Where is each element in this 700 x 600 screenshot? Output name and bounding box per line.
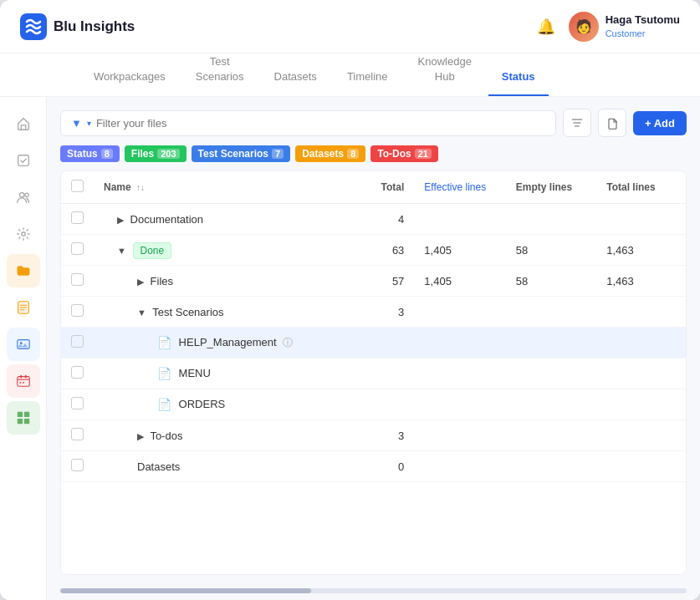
expand-button[interactable]: ▼: [117, 246, 126, 256]
select-all-checkbox[interactable]: [71, 180, 84, 192]
row-checkbox[interactable]: [71, 459, 84, 471]
svg-rect-9: [20, 375, 22, 379]
settings-icon-btn[interactable]: [563, 109, 591, 137]
tag-files[interactable]: Files 203: [125, 145, 186, 162]
row-effective: [414, 328, 506, 358]
row-effective: [414, 451, 506, 482]
svg-point-7: [19, 342, 22, 344]
tab-workpackages[interactable]: Workpackages: [80, 63, 179, 96]
user-area: 🧑 Haga Tsutomu Customer: [569, 12, 680, 42]
row-checkbox[interactable]: [71, 397, 84, 409]
svg-rect-8: [17, 377, 28, 387]
tag-status[interactable]: Status 8: [60, 145, 120, 162]
row-empty: 58: [506, 235, 596, 266]
sidebar-item-users[interactable]: [7, 181, 40, 214]
row-empty: [506, 297, 596, 328]
user-name: Haga Tsutomu: [605, 13, 680, 28]
row-checkbox[interactable]: [71, 335, 84, 348]
sidebar-item-home[interactable]: [7, 107, 40, 140]
header-right: 🔔 🧑 Haga Tsutomu Customer: [537, 12, 680, 42]
row-totallines: [596, 297, 686, 328]
data-table: Name ↑↓ Total Effective lines Empty line…: [61, 171, 686, 482]
filter-input[interactable]: [96, 117, 545, 130]
row-checkbox[interactable]: [71, 242, 84, 255]
expand-button[interactable]: ▶: [117, 215, 124, 226]
svg-rect-12: [23, 382, 24, 384]
table-row: ▼ Done 63 1,405 58 1,463: [61, 235, 686, 266]
sidebar-item-folder[interactable]: [7, 254, 40, 287]
th-empty: Empty lines: [506, 171, 596, 204]
sidebar-item-settings[interactable]: [7, 217, 40, 251]
row-totallines: 1,463: [596, 235, 686, 266]
row-totallines: [596, 389, 686, 420]
tab-status[interactable]: Status: [488, 63, 549, 96]
tag-datasets[interactable]: Datasets 8: [295, 145, 365, 162]
tab-test-scenarios[interactable]: TestScenarios: [182, 48, 258, 96]
row-totallines: [596, 204, 686, 235]
row-total: [355, 328, 415, 358]
row-empty: [506, 389, 596, 420]
tab-datasets[interactable]: Datasets: [261, 63, 330, 96]
expand-button[interactable]: ▼: [137, 308, 146, 318]
row-total: 0: [355, 451, 415, 482]
row-name: Datasets: [94, 451, 355, 482]
svg-rect-11: [19, 382, 21, 384]
row-total: 3: [355, 297, 415, 328]
table-row: ▶ Files 57 1,405 58 1,463: [61, 266, 686, 297]
bell-icon[interactable]: 🔔: [537, 18, 555, 36]
table-row-highlighted: 📄 HELP_Management ⓘ: [61, 328, 686, 358]
user-info: Haga Tsutomu Customer: [605, 13, 680, 39]
svg-rect-6: [17, 340, 28, 349]
filter-icon: ▼: [71, 117, 82, 130]
logo-text: Blu Insights: [54, 18, 135, 35]
row-checkbox[interactable]: [71, 211, 84, 224]
sidebar-item-image[interactable]: [7, 328, 40, 361]
content: ▼ ▾ + Add Status 8 Files 203 Test Sc: [47, 97, 700, 600]
avatar: 🧑: [569, 12, 599, 42]
document-icon-btn[interactable]: [598, 109, 626, 137]
th-name[interactable]: Name ↑↓: [94, 171, 355, 204]
tag-todos-count: 21: [415, 149, 432, 159]
sidebar-item-calendar[interactable]: [7, 364, 40, 398]
tab-knowledge-hub[interactable]: KnowledgeHub: [405, 48, 485, 96]
row-effective: [414, 420, 506, 451]
scrollbar-thumb: [60, 588, 311, 593]
svg-rect-15: [17, 419, 22, 424]
row-name: 📄 HELP_Management ⓘ: [94, 328, 355, 358]
horizontal-scrollbar[interactable]: [60, 588, 687, 593]
info-icon[interactable]: ⓘ: [283, 337, 293, 348]
row-checkbox[interactable]: [71, 428, 84, 440]
row-name: ▶ Files: [94, 266, 355, 297]
table-row: ▶ To-dos 3: [61, 420, 686, 451]
th-total: Total: [355, 171, 415, 204]
tag-test-scenarios[interactable]: Test Scenarios 7: [192, 145, 291, 162]
row-checkbox[interactable]: [71, 273, 84, 286]
row-empty: [506, 451, 596, 482]
add-button[interactable]: + Add: [633, 111, 687, 135]
sidebar-item-notes[interactable]: [7, 291, 40, 324]
row-effective: [414, 297, 506, 328]
filter-input-wrap[interactable]: ▼ ▾: [60, 110, 556, 136]
expand-button[interactable]: ▶: [137, 277, 144, 287]
row-checkbox[interactable]: [71, 304, 84, 317]
tag-status-count: 8: [101, 149, 113, 159]
row-checkbox[interactable]: [71, 366, 84, 379]
row-total: [355, 358, 415, 389]
row-name: ▼ Test Scenarios: [94, 297, 355, 328]
table-row: 📄 ORDERS: [61, 389, 686, 420]
expand-button[interactable]: ▶: [137, 431, 144, 442]
row-total: 4: [355, 204, 415, 235]
tab-timeline[interactable]: Timeline: [334, 63, 401, 96]
row-name: 📄 MENU: [94, 358, 355, 389]
svg-point-3: [24, 193, 28, 197]
header: Blu Insights 🔔 🧑 Haga Tsutomu Customer: [0, 0, 700, 53]
tag-todos[interactable]: To-Dos 21: [370, 145, 438, 162]
filter-chevron: ▾: [87, 119, 91, 128]
sidebar-item-check[interactable]: [7, 144, 40, 177]
row-effective: [414, 204, 506, 235]
th-effective: Effective lines: [414, 171, 506, 204]
sidebar: [0, 97, 47, 600]
row-empty: [506, 420, 596, 451]
table-row: Datasets 0: [61, 451, 686, 482]
sidebar-item-grid[interactable]: [7, 401, 40, 435]
